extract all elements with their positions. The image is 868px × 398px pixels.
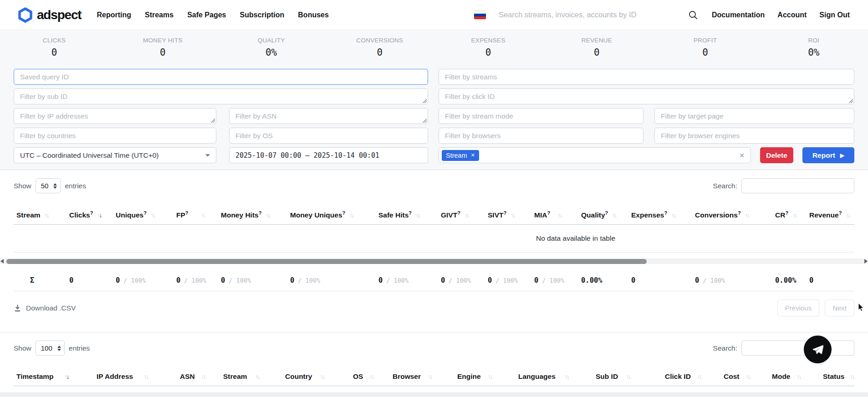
scrollbar-thumb[interactable]	[6, 259, 647, 264]
sort-icon-desc-active: ↑↓	[65, 373, 69, 380]
nav-item-documentation[interactable]: Documentation	[712, 11, 765, 19]
search-icon[interactable]	[688, 10, 698, 20]
column-header-stream[interactable]: Stream↑↓	[220, 367, 282, 386]
entries-per-page-select[interactable]: 50	[36, 178, 61, 193]
filter-browser-engines-input[interactable]	[654, 128, 854, 144]
column-header-browser[interactable]: Browser↑↓	[390, 367, 454, 386]
scroll-left-arrow-icon[interactable]	[0, 259, 4, 264]
column-header-mia[interactable]: MIA?↑↓	[531, 205, 578, 225]
column-header-givt[interactable]: GIVT?↑↓	[438, 205, 485, 225]
summary-money-uniques: 0/ 100%	[287, 270, 376, 291]
sort-icon: ↑↓	[797, 373, 801, 380]
column-header-mode[interactable]: Mode↑↓	[769, 367, 820, 386]
nav-item-safe-pages[interactable]: Safe Pages	[187, 11, 226, 19]
column-header-sub-id[interactable]: Sub ID↑↓	[593, 367, 662, 386]
delete-button[interactable]: Delete	[760, 147, 793, 163]
horizontal-scrollbar[interactable]	[0, 258, 868, 264]
language-flag-russian[interactable]	[474, 11, 486, 19]
column-header-os[interactable]: OS↑↓	[350, 367, 390, 386]
group-by-tag-stream[interactable]: Stream ✕	[442, 150, 479, 161]
column-header-uniques[interactable]: Uniques?↑↓	[113, 205, 174, 225]
sort-icon: ↑↓	[697, 373, 701, 380]
group-by-multiselect[interactable]: Stream ✕ ✕	[439, 147, 751, 163]
nav-item-reporting[interactable]: Reporting	[97, 11, 131, 19]
filter-countries-input[interactable]	[14, 128, 216, 144]
filter-click-id-input[interactable]	[439, 88, 854, 104]
sort-icon: ↑↓	[846, 212, 850, 219]
column-header-cost[interactable]: Cost↑↓	[721, 367, 769, 386]
stat-money-hits: MONEY HITS 0	[108, 37, 217, 58]
summary-expenses: 0	[628, 270, 692, 291]
timezone-select[interactable]: UTC – Coordinated Universal Time (UTC+0)	[14, 147, 216, 163]
filter-sub-id-input[interactable]	[14, 88, 428, 104]
sort-icon: ↑↓	[266, 212, 270, 219]
clicks-table-search-input[interactable]	[741, 341, 854, 356]
stat-clicks: CLICKS 0	[0, 37, 108, 58]
report-summary-table: Σ 0 0/ 100% 0/ 100% 0/ 100% 0/ 100% 0/ 1…	[14, 270, 854, 291]
adspect-logo[interactable]: adspect	[18, 7, 81, 23]
column-header-timestamp[interactable]: Timestamp↑↓	[14, 367, 94, 386]
nav-item-bonuses[interactable]: Bonuses	[298, 11, 329, 19]
scroll-right-arrow-icon[interactable]	[864, 259, 868, 264]
column-header-quality[interactable]: Quality?↑↓	[578, 205, 628, 225]
nav-item-sign-out[interactable]: Sign Out	[819, 11, 850, 19]
clear-all-icon[interactable]: ✕	[739, 152, 745, 159]
column-header-click-id[interactable]: Click ID↑↓	[662, 367, 721, 386]
column-header-conversions[interactable]: Conversions?↑↓	[692, 205, 772, 225]
stat-value: 0%	[217, 47, 326, 58]
nav-item-subscription[interactable]: Subscription	[240, 11, 285, 19]
clicks-table: Timestamp↑↓ IP Address↑↓ ASN↑↓ Stream↑↓ …	[14, 367, 854, 386]
column-header-country[interactable]: Country↑↓	[282, 367, 350, 386]
previous-page-button[interactable]: Previous	[777, 300, 819, 316]
telegram-button[interactable]	[804, 336, 832, 363]
stat-label: PROFIT	[651, 37, 760, 44]
filter-browsers-input[interactable]	[439, 128, 643, 144]
tag-remove-icon[interactable]: ✕	[471, 153, 475, 158]
column-header-safe-hits[interactable]: Safe Hits?↑↓	[376, 205, 438, 225]
column-header-languages[interactable]: Languages↑↓	[516, 367, 593, 386]
column-header-revenue[interactable]: Revenue?↑↓	[807, 205, 854, 225]
nav-item-account[interactable]: Account	[777, 11, 807, 19]
column-header-clicks[interactable]: Clicks?↑↓	[66, 205, 113, 225]
date-range-input[interactable]	[229, 147, 428, 163]
entries-per-page-select[interactable]: 100	[36, 341, 65, 356]
filter-os-input[interactable]	[229, 128, 428, 144]
filter-streams-input[interactable]	[439, 69, 854, 85]
main-nav: Reporting Streams Safe Pages Subscriptio…	[97, 11, 328, 19]
column-header-stream[interactable]: Stream↑↓	[14, 205, 66, 225]
filter-target-page-input[interactable]	[654, 108, 854, 124]
saved-query-input[interactable]	[14, 69, 428, 85]
global-search-input[interactable]	[498, 10, 684, 20]
sort-icon: ↑↓	[320, 373, 324, 380]
nav-right: Documentation Account Sign Out	[712, 11, 850, 19]
column-header-sivt[interactable]: SIVT?↑↓	[485, 205, 531, 225]
report-table-search-input[interactable]	[741, 178, 854, 193]
column-header-cr[interactable]: CR?↑↓	[772, 205, 807, 225]
column-header-money-uniques[interactable]: Money Uniques?↑↓	[287, 205, 376, 225]
report-button[interactable]: Report ▶	[802, 147, 854, 163]
timezone-value: UTC – Coordinated Universal Time (UTC+0)	[20, 151, 205, 160]
filter-stream-mode-input[interactable]	[439, 108, 643, 124]
report-label: Report	[812, 151, 835, 160]
nav-item-streams[interactable]: Streams	[145, 11, 174, 19]
download-csv-button[interactable]: Download .CSV	[14, 304, 76, 312]
clicks-table-scrollbar-track[interactable]	[0, 393, 868, 397]
column-header-engine[interactable]: Engine↑↓	[454, 367, 516, 386]
stat-label: CONVERSIONS	[326, 37, 434, 44]
column-header-money-hits[interactable]: Money Hits?↑↓	[218, 205, 287, 225]
column-header-fp[interactable]: FP?↑↓	[174, 205, 218, 225]
sort-icon: ↑↓	[151, 212, 155, 219]
column-header-ip-address[interactable]: IP Address↑↓	[94, 367, 177, 386]
column-header-expenses[interactable]: Expenses?↑↓	[628, 205, 692, 225]
no-data-message: No data available in table	[14, 234, 854, 243]
filter-ip-input[interactable]	[14, 108, 216, 124]
telegram-plane-icon	[812, 343, 824, 356]
column-header-status[interactable]: Status↑↓	[820, 367, 854, 386]
stat-label: QUALITY	[217, 37, 326, 44]
sort-icon: ↑↓	[850, 373, 854, 380]
filter-asn-input[interactable]	[229, 108, 428, 124]
report-table-header-row: Stream↑↓ Clicks?↑↓ Uniques?↑↓ FP?↑↓ Mone…	[14, 205, 854, 225]
next-page-button[interactable]: Next	[825, 300, 854, 316]
sort-icon: ↑↓	[565, 373, 569, 380]
column-header-asn[interactable]: ASN↑↓	[177, 367, 220, 386]
